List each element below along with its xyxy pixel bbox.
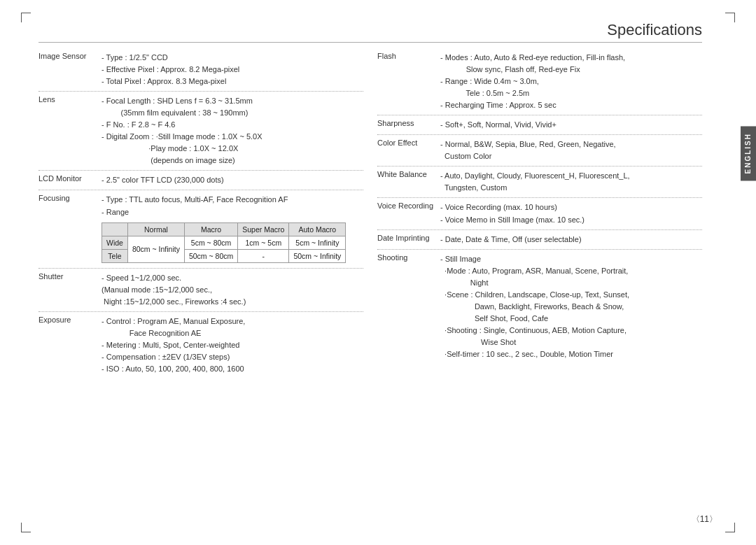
td-wide-auto-macro: 5cm ~ Infinity xyxy=(289,236,346,249)
spec-value-shooting: - Still Image ·Mode : Auto, Program, ASR… xyxy=(440,253,629,360)
spec-row-flash: Flash - Modes : Auto, Auto & Red-eye red… xyxy=(377,48,702,115)
content-area: Image Sensor - Type : 1/2.5" CCD - Effec… xyxy=(38,48,702,378)
spec-label-lens: Lens xyxy=(38,95,102,104)
spec-label-date-imprinting: Date Imprinting xyxy=(377,234,440,242)
page-title: Specifications xyxy=(38,21,702,43)
th-auto-macro: Auto Macro xyxy=(289,222,346,236)
spec-label-shooting: Shooting xyxy=(377,253,440,262)
focus-table: Normal Macro Super Macro Auto Macro Wide… xyxy=(102,222,346,263)
spec-value-color-effect: - Normal, B&W, Sepia, Blue, Red, Green, … xyxy=(440,139,616,162)
spec-row-shooting: Shooting - Still Image ·Mode : Auto, Pro… xyxy=(377,250,702,364)
spec-label-lcd: LCD Monitor xyxy=(38,174,102,183)
spec-label-voice-recording: Voice Recording xyxy=(377,201,440,210)
page: ENGLISH Specifications Image Sensor - Ty… xyxy=(0,0,756,545)
spec-row-sharpness: Sharpness - Soft+, Soft, Normal, Vivid, … xyxy=(377,115,702,135)
corner-mark-br xyxy=(725,523,735,532)
table-header-row: Normal Macro Super Macro Auto Macro xyxy=(102,222,346,236)
td-wide-super-macro: 1cm ~ 5cm xyxy=(238,236,289,249)
th-super-macro: Super Macro xyxy=(238,222,289,236)
spec-row-exposure: Exposure - Control : Program AE, Manual … xyxy=(38,312,363,378)
spec-row-focusing: Focusing - Type : TTL auto focus, Multi-… xyxy=(38,190,363,268)
focus-table-container: Normal Macro Super Macro Auto Macro Wide… xyxy=(102,220,346,263)
spec-value-sharpness: - Soft+, Soft, Normal, Vivid, Vivid+ xyxy=(440,119,556,131)
right-column: Flash - Modes : Auto, Auto & Red-eye red… xyxy=(377,48,702,378)
spec-label-white-balance: White Balance xyxy=(377,170,440,178)
corner-mark-tl xyxy=(21,13,31,22)
spec-label-shutter: Shutter xyxy=(38,272,102,281)
spec-value-shutter: - Speed 1~1/2,000 sec. (Manual mode :15~… xyxy=(102,272,246,308)
th-empty xyxy=(102,222,128,236)
spec-label-exposure: Exposure xyxy=(38,316,102,324)
corner-mark-bl xyxy=(21,523,31,532)
spec-value-image-sensor: - Type : 1/2.5" CCD - Effective Pixel : … xyxy=(102,52,239,87)
left-column: Image Sensor - Type : 1/2.5" CCD - Effec… xyxy=(38,48,363,378)
spec-label-sharpness: Sharpness xyxy=(377,119,440,127)
th-normal: Normal xyxy=(127,222,184,236)
td-tele-super-macro: - xyxy=(238,249,289,262)
td-tele-auto-macro: 50cm ~ Infinity xyxy=(289,249,346,262)
td-wide-normal: 80cm ~ Infinity xyxy=(127,236,184,262)
spec-label-image-sensor: Image Sensor xyxy=(38,52,102,60)
spec-row-white-balance: White Balance - Auto, Daylight, Cloudy, … xyxy=(377,167,702,198)
spec-label-focusing: Focusing xyxy=(38,194,102,202)
td-wide-label: Wide xyxy=(102,236,128,249)
td-tele-label: Tele xyxy=(102,249,128,262)
spec-row-image-sensor: Image Sensor - Type : 1/2.5" CCD - Effec… xyxy=(38,48,363,92)
spec-value-lcd: - 2.5" color TFT LCD (230,000 dots) xyxy=(102,174,224,186)
spec-row-voice-recording: Voice Recording - Voice Recording (max. … xyxy=(377,198,702,229)
spec-label-color-effect: Color Effect xyxy=(377,139,440,147)
td-wide-macro: 5cm ~ 80cm xyxy=(184,236,237,249)
spec-row-color-effect: Color Effect - Normal, B&W, Sepia, Blue,… xyxy=(377,135,702,167)
td-tele-macro: 50cm ~ 80cm xyxy=(184,249,237,262)
english-tab: ENGLISH xyxy=(741,126,756,181)
spec-row-lens: Lens - Focal Length : SHD Lens f = 6.3 ~… xyxy=(38,92,363,171)
corner-mark-tr xyxy=(725,13,735,22)
spec-label-flash: Flash xyxy=(377,52,440,60)
spec-value-white-balance: - Auto, Daylight, Cloudy, Fluorescent_H,… xyxy=(440,170,630,194)
spec-value-flash: - Modes : Auto, Auto & Red-eye reduction… xyxy=(440,52,625,111)
spec-value-focusing: - Type : TTL auto focus, Multi-AF, Face … xyxy=(102,194,288,218)
focusing-header: Focusing - Type : TTL auto focus, Multi-… xyxy=(38,194,288,218)
th-macro: Macro xyxy=(184,222,237,236)
spec-row-date-imprinting: Date Imprinting - Date, Date & Time, Off… xyxy=(377,230,702,250)
table-row-wide: Wide 80cm ~ Infinity 5cm ~ 80cm 1cm ~ 5c… xyxy=(102,236,346,249)
spec-row-shutter: Shutter - Speed 1~1/2,000 sec. (Manual m… xyxy=(38,269,363,312)
spec-value-date-imprinting: - Date, Date & Time, Off (user selectabl… xyxy=(440,234,582,246)
page-number: 〈11〉 xyxy=(692,514,718,525)
spec-value-lens: - Focal Length : SHD Lens f = 6.3 ~ 31.5… xyxy=(102,95,262,167)
spec-value-voice-recording: - Voice Recording (max. 10 hours) - Voic… xyxy=(440,201,584,225)
spec-row-lcd: LCD Monitor - 2.5" color TFT LCD (230,00… xyxy=(38,171,363,190)
spec-value-exposure: - Control : Program AE, Manual Exposure,… xyxy=(102,316,245,375)
